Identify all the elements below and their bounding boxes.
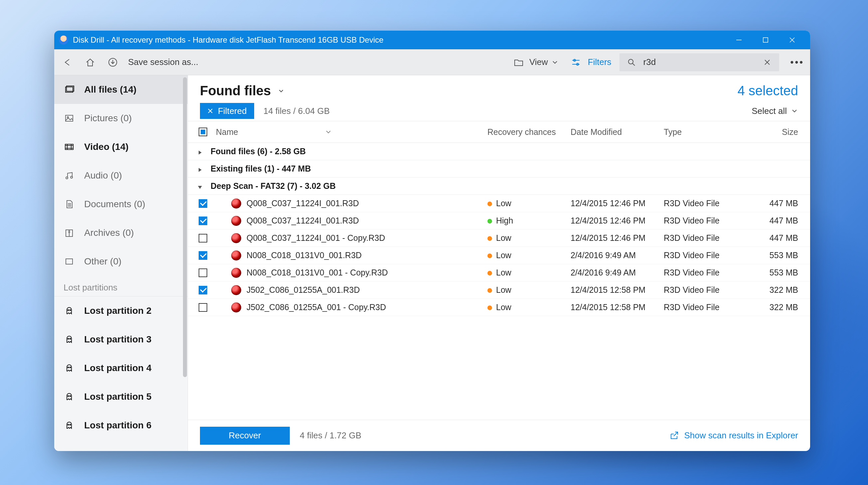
sidebar-item-lost-partition[interactable]: Lost partition 4 (54, 354, 188, 382)
stack-icon (64, 84, 75, 95)
filtered-chip[interactable]: Filtered (200, 103, 254, 119)
disclosure-triangle-icon[interactable] (197, 166, 203, 172)
sidebar-item-label: Lost partition 2 (84, 306, 151, 316)
toolbar: Save session as... View Filters ••• (54, 49, 810, 75)
view-button[interactable]: View (509, 55, 561, 69)
selected-count: 4 selected (738, 83, 798, 98)
found-files-dropdown[interactable]: Found files (200, 83, 285, 98)
sidebar-item-lost-partition[interactable]: Lost partition 3 (54, 325, 188, 354)
chance-label: High (496, 216, 513, 225)
sidebar-item-all-files[interactable]: All files (14) (54, 75, 188, 104)
sidebar-item-pictures[interactable]: Pictures (0) (54, 104, 188, 133)
sidebar-item-other[interactable]: Other (0) (54, 247, 188, 276)
file-date: 12/4/2015 12:46 PM (570, 199, 664, 208)
file-row[interactable]: J502_C086_01255A_001 - Copy.R3D Low 12/4… (188, 299, 810, 316)
disclosure-triangle-icon[interactable] (197, 148, 203, 155)
sidebar-section-header: Lost partitions (54, 276, 188, 296)
svg-point-33 (70, 310, 71, 311)
sidebar-item-label: Lost partition 3 (84, 334, 151, 345)
chance-dot-icon (487, 254, 492, 258)
close-button[interactable] (779, 31, 805, 49)
row-checkbox[interactable] (198, 234, 207, 242)
main-header: Found files 4 selected Filtered 14 files… (188, 75, 810, 121)
col-recovery-chances[interactable]: Recovery chances (487, 127, 570, 137)
document-icon (64, 199, 75, 210)
col-type[interactable]: Type (664, 127, 744, 137)
sidebar-item-label: Other (0) (84, 256, 121, 267)
filters-button[interactable]: Filters (568, 55, 612, 69)
file-row[interactable]: N008_C018_0131V0_001 - Copy.R3D Low 2/4/… (188, 264, 810, 282)
svg-rect-31 (66, 259, 72, 264)
svg-point-34 (68, 338, 69, 339)
r3d-file-icon (231, 285, 241, 295)
sidebar-item-lost-partition[interactable]: Lost partition 6 (54, 411, 188, 440)
group-row[interactable]: Found files (6) - 2.58 GB (188, 143, 810, 160)
sidebar-item-lost-partition[interactable]: Lost partition 2 (54, 296, 188, 325)
archive-icon (64, 227, 75, 238)
sidebar-item-video[interactable]: Video (14) (54, 133, 188, 161)
home-button[interactable] (83, 55, 97, 69)
file-name: J502_C086_01255A_001 - Copy.R3D (247, 303, 386, 312)
picture-icon (64, 113, 75, 124)
sidebar-item-archives[interactable]: Archives (0) (54, 219, 188, 247)
ghost-icon (64, 363, 75, 374)
music-icon (64, 170, 75, 181)
sidebar: All files (14) Pictures (0) Video (14) A… (54, 75, 188, 451)
row-checkbox[interactable] (198, 217, 207, 225)
maximize-button[interactable] (752, 31, 779, 49)
sidebar-scrollbar-thumb[interactable] (183, 77, 187, 377)
svg-point-35 (70, 338, 71, 339)
clear-search-icon[interactable] (760, 55, 775, 69)
file-row[interactable]: Q008_C037_11224I_001 - Copy.R3D Low 12/4… (188, 229, 810, 247)
sort-chevron-icon[interactable] (325, 128, 332, 136)
sidebar-item-audio[interactable]: Audio (0) (54, 161, 188, 190)
search-input[interactable] (644, 57, 755, 67)
ghost-icon (64, 334, 75, 345)
file-row[interactable]: N008_C018_0131V0_001.R3D Low 2/4/2016 9:… (188, 247, 810, 264)
file-type: R3D Video File (664, 216, 744, 226)
row-checkbox[interactable] (198, 251, 207, 260)
ghost-icon (64, 420, 75, 431)
chance-dot-icon (487, 236, 492, 241)
save-session-label[interactable]: Save session as... (128, 57, 198, 67)
group-row[interactable]: Deep Scan - FAT32 (7) - 3.02 GB (188, 177, 810, 195)
recover-button[interactable]: Recover (200, 427, 290, 445)
header-checkbox[interactable] (198, 127, 207, 136)
back-button[interactable] (60, 55, 75, 69)
external-link-icon (669, 431, 679, 441)
group-label: Found files (6) - 2.58 GB (211, 147, 306, 156)
row-checkbox[interactable] (198, 199, 207, 208)
chevron-down-icon (791, 107, 798, 115)
app-window: Disk Drill - All recovery methods - Hard… (54, 31, 810, 451)
svg-point-41 (70, 424, 71, 425)
minimize-button[interactable] (725, 31, 752, 49)
col-size[interactable]: Size (744, 127, 810, 137)
file-row[interactable]: Q008_C037_11224I_001.R3D High 12/4/2015 … (188, 212, 810, 229)
chevron-down-icon (277, 87, 285, 94)
group-row[interactable]: Existing files (1) - 447 MB (188, 160, 810, 177)
col-date-modified[interactable]: Date Modified (570, 127, 664, 137)
row-checkbox[interactable] (198, 286, 207, 294)
file-row[interactable]: J502_C086_01255A_001.R3D Low 12/4/2015 1… (188, 282, 810, 299)
search-icon (624, 55, 639, 69)
col-name[interactable]: Name (216, 127, 238, 137)
table-header: Name Recovery chances Date Modified Type… (188, 121, 810, 143)
file-size: 447 MB (744, 216, 810, 226)
svg-rect-17 (65, 144, 73, 149)
sliders-icon (568, 55, 583, 69)
titlebar[interactable]: Disk Drill - All recovery methods - Hard… (54, 31, 810, 49)
select-all-button[interactable]: Select all (752, 106, 799, 116)
search-box[interactable] (619, 53, 779, 71)
sidebar-item-documents[interactable]: Documents (0) (54, 190, 188, 219)
sidebar-item-lost-partition[interactable]: Lost partition 5 (54, 382, 188, 411)
more-menu-button[interactable]: ••• (790, 57, 804, 67)
file-name: N008_C018_0131V0_001.R3D (247, 251, 362, 260)
show-in-explorer-link[interactable]: Show scan results in Explorer (669, 430, 798, 441)
disclosure-triangle-icon[interactable] (197, 183, 203, 190)
row-checkbox[interactable] (198, 268, 207, 277)
save-session-icon[interactable] (105, 55, 120, 69)
row-checkbox[interactable] (198, 303, 207, 312)
file-row[interactable]: Q008_C037_11224I_001.R3D Low 12/4/2015 1… (188, 195, 810, 212)
sidebar-item-label: Pictures (0) (84, 113, 132, 123)
file-size: 447 MB (744, 233, 810, 243)
